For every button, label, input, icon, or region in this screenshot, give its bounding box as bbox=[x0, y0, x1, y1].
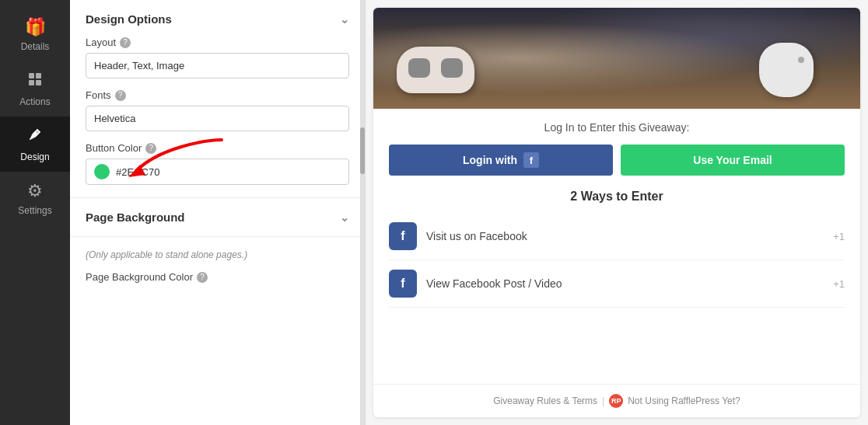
footer-divider: | bbox=[602, 395, 604, 406]
login-facebook-button[interactable]: Login with f bbox=[389, 145, 613, 176]
image-inner bbox=[373, 8, 860, 109]
vr-lens-left bbox=[408, 58, 430, 78]
controller-shape bbox=[759, 43, 814, 97]
email-button-label: Use Your Email bbox=[693, 154, 772, 166]
scroll-thumb[interactable] bbox=[360, 127, 365, 174]
fonts-input[interactable] bbox=[86, 106, 349, 131]
entry-label-1: View Facebook Post / Video bbox=[426, 277, 824, 290]
entry-item-1[interactable]: f View Facebook Post / Video +1 bbox=[389, 260, 845, 308]
layout-input[interactable] bbox=[86, 53, 349, 78]
login-with-label: Login with bbox=[463, 154, 517, 166]
svg-rect-0 bbox=[29, 73, 34, 78]
svg-rect-2 bbox=[29, 80, 34, 85]
layout-help-icon[interactable]: ? bbox=[120, 37, 131, 48]
page-bg-color-label: Page Background Color ? bbox=[86, 271, 349, 283]
design-options-section: Design Options ⌄ Layout ? Fonts ? Button… bbox=[70, 0, 365, 198]
design-options-title: Design Options bbox=[86, 12, 172, 26]
vr-lens-right bbox=[441, 58, 463, 78]
fonts-label: Fonts ? bbox=[86, 89, 349, 101]
sidebar-label-settings: Settings bbox=[18, 205, 51, 216]
layout-label: Layout ? bbox=[86, 37, 349, 48]
giveaway-body: Log In to Enter this Giveaway: Login wit… bbox=[373, 109, 860, 384]
rafflepress-logo: RP bbox=[609, 394, 623, 408]
svg-point-4 bbox=[36, 131, 39, 134]
controller-button bbox=[798, 57, 804, 63]
fonts-help-icon[interactable]: ? bbox=[115, 90, 126, 101]
page-background-header[interactable]: Page Background ⌄ bbox=[86, 211, 349, 224]
login-buttons: Login with f Use Your Email bbox=[389, 145, 845, 176]
giveaway-footer: Giveaway Rules & Terms | RP Not Using Ra… bbox=[373, 384, 860, 417]
page-bg-chevron-icon: ⌄ bbox=[340, 211, 349, 224]
svg-rect-3 bbox=[36, 80, 41, 85]
button-color-label: Button Color ? bbox=[86, 142, 349, 154]
page-bg-note: (Only applicable to stand alone pages.) bbox=[86, 249, 349, 260]
sidebar-item-settings[interactable]: ⚙ Settings bbox=[0, 172, 70, 225]
sidebar-item-actions[interactable]: Actions bbox=[0, 61, 70, 117]
gift-icon: 🎁 bbox=[25, 17, 46, 37]
color-swatch bbox=[94, 164, 110, 179]
page-bg-body: (Only applicable to stand alone pages.) … bbox=[70, 237, 365, 300]
sidebar-label-details: Details bbox=[21, 41, 50, 52]
page-background-title: Page Background bbox=[86, 211, 185, 224]
design-options-header[interactable]: Design Options ⌄ bbox=[86, 12, 349, 26]
entry-facebook-icon-1: f bbox=[389, 270, 417, 298]
button-color-help-icon[interactable]: ? bbox=[145, 143, 156, 154]
vr-headset-shape bbox=[397, 47, 474, 93]
giveaway-hero-image bbox=[373, 8, 860, 109]
button-color-input[interactable]: #2ECC70 bbox=[86, 159, 349, 185]
svg-rect-1 bbox=[36, 73, 41, 78]
sidebar-item-details[interactable]: 🎁 Details bbox=[0, 8, 70, 61]
sidebar-item-design[interactable]: Design bbox=[0, 117, 70, 172]
page-bg-color-help-icon[interactable]: ? bbox=[197, 272, 208, 283]
giveaway-card: Log In to Enter this Giveaway: Login wit… bbox=[373, 8, 860, 417]
chevron-down-icon: ⌄ bbox=[340, 13, 349, 26]
login-prompt: Log In to Enter this Giveaway: bbox=[389, 121, 845, 134]
footer-cta[interactable]: Not Using RafflePress Yet? bbox=[628, 395, 740, 406]
sidebar-label-design: Design bbox=[20, 152, 49, 162]
color-hex-value: #2ECC70 bbox=[116, 166, 159, 178]
footer-rules-link[interactable]: Giveaway Rules & Terms bbox=[493, 395, 597, 406]
sidebar: 🎁 Details Actions Design ⚙ Settings bbox=[0, 0, 70, 425]
login-email-button[interactable]: Use Your Email bbox=[621, 145, 845, 176]
design-icon bbox=[26, 126, 44, 148]
actions-icon bbox=[26, 71, 44, 92]
settings-icon: ⚙ bbox=[27, 181, 43, 201]
sidebar-label-actions: Actions bbox=[19, 96, 50, 107]
entry-points-0: +1 bbox=[833, 231, 845, 242]
preview-panel: Log In to Enter this Giveaway: Login wit… bbox=[366, 0, 868, 425]
entry-label-0: Visit us on Facebook bbox=[426, 230, 824, 242]
entry-item-0[interactable]: f Visit us on Facebook +1 bbox=[389, 213, 845, 260]
page-background-section: Page Background ⌄ bbox=[70, 198, 365, 237]
ways-to-enter-heading: 2 Ways to Enter bbox=[389, 190, 845, 204]
scroll-track bbox=[360, 0, 365, 425]
design-options-panel: Design Options ⌄ Layout ? Fonts ? Button… bbox=[70, 0, 366, 425]
facebook-icon: f bbox=[523, 152, 539, 168]
entry-facebook-icon-0: f bbox=[389, 222, 417, 250]
entry-points-1: +1 bbox=[833, 278, 845, 290]
